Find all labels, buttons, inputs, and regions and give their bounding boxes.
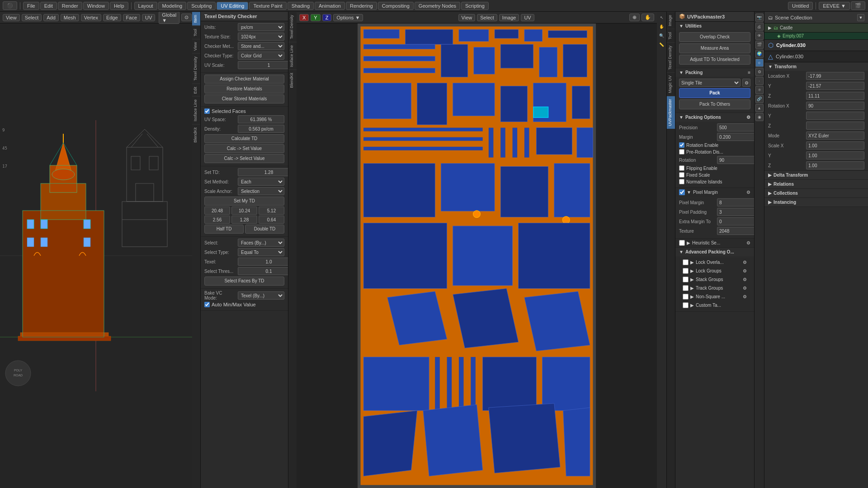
calc-select-btn[interactable]: Calc -> Select Value [204, 154, 284, 163]
side-tab-view[interactable]: View [192, 39, 200, 53]
location-z-value[interactable]: 11.11 [806, 92, 864, 100]
workspace-scripting[interactable]: Scripting [461, 2, 489, 10]
rotation-input[interactable] [717, 156, 754, 164]
restore-materials-btn[interactable]: Restore Materials [204, 84, 284, 94]
track-groups-header[interactable]: ▶ Track Groups ⚙ [679, 284, 750, 292]
scale-x-value[interactable]: 1.00 [806, 141, 864, 150]
auto-minmax-checkbox[interactable] [204, 302, 210, 307]
render-controls[interactable]: 🎬 [851, 1, 865, 10]
viewport-3d-canvas[interactable]: 9 45 17 POLY ROAD [0, 23, 192, 488]
scale-z-value[interactable]: 1.00 [806, 161, 864, 169]
rotation-y-value[interactable] [806, 112, 864, 120]
measure-area-btn[interactable]: Measure Area [679, 43, 750, 53]
relations-header[interactable]: ▶ Relations [764, 180, 868, 188]
blender-logo[interactable]: ⚫ [3, 1, 17, 10]
lock-groups-checkbox[interactable] [683, 268, 689, 274]
workspace-geometry-nodes[interactable]: Geometry Nodes [415, 2, 460, 10]
uv-axis-z[interactable]: Z [322, 14, 332, 21]
vp-mesh-menu[interactable]: Mesh [61, 14, 79, 21]
uv-zoom-tool[interactable]: ⊕ [629, 14, 640, 21]
rotation-mode-value[interactable]: XYZ Euler [806, 131, 864, 140]
side-tab-image[interactable]: Image [667, 12, 675, 29]
fixed-scale-checkbox[interactable] [679, 172, 684, 178]
checker-method-select[interactable]: Store and... [238, 42, 284, 50]
workspace-modeling[interactable]: Modeling [158, 2, 187, 10]
td-value-1024[interactable]: 10.24 [231, 206, 257, 215]
side-tab-texel-density[interactable]: Texel Density [192, 53, 200, 84]
select-type-select[interactable]: Equal To [238, 248, 284, 256]
select-select[interactable]: Faces (By...) [238, 239, 284, 247]
uv-editor[interactable]: X Y Z Options ▼ View Select Image UV ⊕ ✋ [297, 12, 657, 488]
rotation-enable-checkbox[interactable] [679, 142, 684, 148]
pixel-margin-enable-checkbox[interactable] [679, 189, 685, 195]
side-tab-blendkit[interactable]: BlendKit [192, 124, 200, 145]
assign-checker-btn[interactable]: Assign Checker Material [204, 75, 284, 84]
collection-castle-row[interactable]: ▶ 🗂 Castle [768, 25, 864, 30]
prop-icon-output[interactable]: 🖨 [755, 23, 764, 31]
margin-input[interactable] [717, 133, 754, 141]
checker-type-select[interactable]: Color Grid [238, 52, 284, 60]
scale-anchor-select[interactable]: Selection [238, 187, 284, 195]
side-tab-magic[interactable]: Magic UV [667, 72, 675, 96]
precision-input[interactable] [717, 123, 754, 131]
uv-side-tab-blendkit[interactable]: BlendKit [288, 70, 297, 91]
icon-hand[interactable]: ✋ [658, 23, 666, 31]
stack-groups-header[interactable]: ▶ Stack Groups ⚙ [679, 275, 750, 284]
set-td-input[interactable] [238, 168, 288, 176]
prop-icon-render[interactable]: 📷 [755, 14, 764, 22]
texture-size-select[interactable]: 1024px [238, 33, 284, 41]
side-tab-tool[interactable]: Tool [192, 26, 200, 39]
empty-007-item[interactable]: ◈ Empty.007 [777, 33, 864, 38]
uv-axis-y[interactable]: Y [311, 14, 320, 21]
location-y-value[interactable]: -21.57 [806, 82, 864, 90]
texture-input[interactable] [717, 227, 754, 235]
texel-input[interactable] [238, 258, 288, 266]
uv-view-menu[interactable]: View [458, 14, 476, 21]
vp-uv-menu[interactable]: UV [142, 14, 155, 21]
rotation-x-value[interactable]: 90 [806, 102, 864, 110]
empty-007-row[interactable]: ◈ Empty.007 [764, 33, 868, 40]
calculate-td-btn[interactable]: Calculate TD [204, 134, 284, 143]
bake-vc-select[interactable]: Texel (By...) [238, 291, 284, 300]
prop-icon-world[interactable]: 🌍 [755, 50, 764, 58]
pack-btn[interactable]: Pack [679, 88, 750, 98]
vp-view-menu[interactable]: View [3, 14, 20, 21]
adjust-td-btn[interactable]: Adjust TD To Unselected [679, 55, 750, 65]
heuristic-enable-checkbox[interactable] [679, 240, 685, 246]
td-value-64[interactable]: 0.64 [259, 216, 284, 224]
prop-icon-data[interactable]: ▲ [755, 104, 764, 112]
uv-axis-x[interactable]: X [299, 14, 309, 21]
td-value-512[interactable]: 5.12 [259, 206, 284, 215]
lock-groups-header[interactable]: ▶ Lock Groups ⚙ [679, 267, 750, 275]
vp-transform-mode[interactable]: Global ▼ [159, 12, 179, 24]
track-groups-checkbox[interactable] [683, 285, 689, 291]
side-tab-uvpackmaster[interactable]: UVPackmaster [667, 96, 675, 129]
uv-uv-menu[interactable]: UV [521, 14, 534, 21]
non-square-header[interactable]: ▶ Non-Square ... ⚙ [679, 292, 750, 301]
non-square-checkbox[interactable] [683, 294, 689, 300]
side-tab-item[interactable]: Item [192, 12, 200, 26]
uv-side-tab-isoface[interactable]: Isoface Line [288, 42, 297, 70]
prop-icon-modifier[interactable]: ⚙ [755, 68, 764, 76]
menu-help[interactable]: Help [110, 2, 128, 10]
clear-stored-btn[interactable]: Clear Stored Materials [204, 94, 284, 103]
pixel-padding-input[interactable] [717, 208, 754, 216]
icon-cursor[interactable]: ↖ [658, 14, 666, 22]
prop-icon-physics[interactable]: ⚛ [755, 86, 764, 94]
rotation-z-value[interactable] [806, 122, 864, 130]
extra-margin-input[interactable] [717, 217, 754, 225]
uv-side-tab-texel[interactable]: Texel Density [288, 12, 297, 42]
lock-overlapping-checkbox[interactable] [683, 259, 689, 265]
uv-scale-input[interactable]: 1 [238, 61, 288, 69]
scale-y-value[interactable]: 1.00 [806, 151, 864, 160]
advanced-packing-header[interactable]: ▼ Advanced Packing O... [675, 248, 754, 256]
set-method-select[interactable]: Each [238, 178, 284, 186]
pixel-margin-input[interactable] [717, 198, 754, 206]
icon-zoom[interactable]: 🔍 [658, 32, 666, 40]
custom-ta-checkbox[interactable] [683, 302, 689, 308]
collections-header[interactable]: ▶ Collections [764, 189, 868, 197]
utilities-header[interactable]: ▼ Utilities [675, 22, 754, 30]
units-select[interactable]: px/cm [238, 23, 284, 31]
workspace-sculpting[interactable]: Sculpting [187, 2, 216, 10]
td-value-128[interactable]: 1.28 [231, 216, 257, 224]
